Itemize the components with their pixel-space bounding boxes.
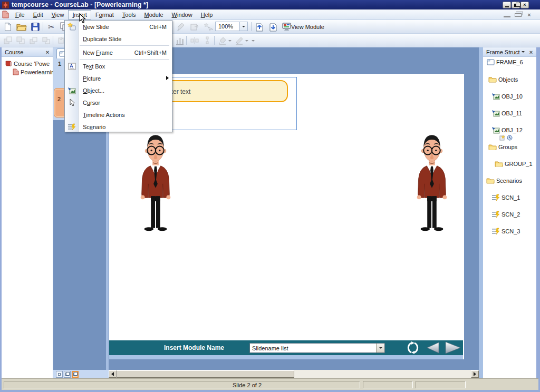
menu-help[interactable]: Help: [197, 10, 217, 19]
slides-icon: [65, 372, 70, 376]
new-document-button[interactable]: [2, 21, 14, 33]
format-painter-icon: [176, 22, 186, 32]
chart-button[interactable]: [174, 35, 186, 46]
hand-star-icon: [204, 22, 213, 32]
slidename-dropdown[interactable]: Slidename list: [249, 343, 385, 353]
pen-icon: [235, 36, 244, 45]
tree-item-frame6[interactable]: FRAME_6: [487, 59, 523, 65]
save-button[interactable]: [30, 21, 41, 33]
tree-item-scn3[interactable]: SCN_3: [491, 228, 520, 234]
mdi-minimize-icon: [504, 16, 510, 17]
folder-icon: [488, 76, 497, 83]
player-bar: Insert Module Name Slidename list: [109, 340, 463, 355]
mdi-close-button[interactable]: ×: [526, 12, 533, 18]
menu-item-object[interactable]: Object...: [65, 84, 172, 96]
tree-item-groups[interactable]: Groups: [488, 143, 517, 150]
panel-splitter[interactable]: [479, 47, 483, 378]
send-backward-button[interactable]: [40, 35, 52, 46]
title-bar: tempcourse - CourseLab - [Powerlearning …: [0, 0, 540, 9]
menu-item-text-box[interactable]: Text Box: [65, 60, 172, 72]
menu-item-picture[interactable]: Picture: [65, 72, 172, 84]
menu-module[interactable]: Module: [140, 10, 167, 19]
format-painter-button[interactable]: [175, 21, 187, 33]
menu-view[interactable]: View: [47, 10, 69, 19]
next-slide-button[interactable]: [445, 341, 461, 354]
zoom-dropdown-button[interactable]: [239, 22, 247, 31]
send-to-back-button[interactable]: [15, 35, 26, 46]
cut-button[interactable]: ✂: [45, 21, 57, 33]
normal-view-button[interactable]: [56, 371, 63, 378]
fill-color-button[interactable]: [217, 35, 233, 46]
distribute-button[interactable]: [201, 35, 213, 46]
menu-window[interactable]: Window: [168, 10, 197, 19]
scroll-left-button[interactable]: [109, 370, 117, 378]
toolbar-overflow-button[interactable]: [250, 35, 256, 46]
agent-character-left[interactable]: [135, 128, 176, 237]
align-center-icon: [190, 36, 199, 45]
window-title: tempcourse - CourseLab - [Powerlearning …: [12, 1, 148, 8]
agent-character-right[interactable]: [411, 128, 452, 237]
frame-panel-close-button[interactable]: ×: [528, 49, 534, 55]
toolbar-separator: [214, 36, 215, 45]
tree-item-module[interactable]: Powerlearnin: [13, 68, 54, 75]
horizontal-scrollbar[interactable]: [109, 370, 479, 378]
align-center-button[interactable]: [189, 35, 200, 46]
document-icon: [2, 11, 9, 18]
menu-format[interactable]: Format: [91, 10, 118, 19]
tree-item-scenarios[interactable]: Scenarios: [486, 177, 522, 184]
status-panel: [4, 381, 360, 388]
restore-button[interactable]: [512, 2, 520, 8]
tree-item-group1[interactable]: GROUP_1: [495, 160, 533, 167]
menu-item-new-frame[interactable]: New Frame Ctrl+Shift+M: [65, 46, 172, 58]
export-button[interactable]: [267, 21, 279, 33]
frame-panel-title: Frame Struct: [485, 49, 522, 55]
menu-tools[interactable]: Tools: [118, 10, 140, 19]
menu-item-scenario[interactable]: Scenario: [65, 121, 172, 133]
triangle-right-icon: [474, 372, 476, 376]
bring-forward-button[interactable]: [27, 35, 39, 46]
tree-item-course[interactable]: Course 'Powe: [5, 60, 50, 67]
frame-structure-panel: Frame Struct × FRAME_6 Objects OBJ_10 OB…: [483, 47, 536, 378]
bring-to-front-button[interactable]: [2, 35, 14, 46]
page-down-arrow-icon: [268, 22, 278, 32]
tree-item-obj11[interactable]: OBJ_11: [491, 110, 522, 117]
tree-item-objects[interactable]: Objects: [488, 76, 518, 83]
slide-count-status: Slide 2 of 2: [233, 382, 262, 388]
refresh-button[interactable]: [406, 341, 420, 355]
cursor-icon: [68, 99, 75, 106]
import-button[interactable]: [254, 21, 265, 33]
menu-item-timeline-actions[interactable]: Timeline Actions: [65, 109, 172, 121]
slidename-dropdown-button[interactable]: [376, 344, 384, 352]
line-color-button[interactable]: [234, 35, 249, 46]
menu-item-duplicate-slide[interactable]: Duplicate Slide: [65, 33, 172, 45]
sorter-view-button[interactable]: [64, 371, 71, 378]
view-module-label[interactable]: View Module: [291, 24, 324, 30]
tree-item-obj12[interactable]: OBJ_12: [491, 126, 523, 134]
tree-item-obj10[interactable]: OBJ_10: [491, 93, 523, 100]
object-icon: [491, 110, 500, 117]
player-bar-title: Insert Module Name: [164, 344, 224, 351]
tree-item-scn1[interactable]: SCN_1: [491, 194, 520, 201]
mdi-minimize-button[interactable]: [504, 12, 510, 18]
status-panel: [416, 381, 466, 388]
mdi-restore-button[interactable]: [515, 12, 522, 18]
chevron-down-icon: [252, 40, 255, 42]
tree-item-scn2[interactable]: SCN_2: [491, 211, 520, 218]
close-icon: ×: [523, 3, 526, 7]
open-button[interactable]: [16, 21, 27, 33]
course-panel-close-button[interactable]: ×: [44, 49, 51, 55]
menu-file[interactable]: File: [11, 10, 29, 19]
menu-item-cursor[interactable]: Cursor: [65, 96, 172, 109]
close-button[interactable]: ×: [520, 2, 529, 8]
scroll-right-button[interactable]: [471, 370, 479, 378]
minimize-button[interactable]: [503, 2, 511, 8]
object-icon: [491, 93, 500, 100]
panel-menu-chevron-icon[interactable]: [522, 51, 525, 53]
scrollbar-thumb[interactable]: [117, 370, 294, 378]
apply-template-button[interactable]: [189, 21, 200, 33]
menu-edit[interactable]: Edit: [29, 10, 47, 19]
current-view-button-selected[interactable]: [72, 371, 79, 378]
action-wizard-button[interactable]: [202, 21, 214, 33]
previous-slide-button[interactable]: [425, 342, 440, 354]
zoom-combobox[interactable]: 100%: [215, 22, 248, 31]
